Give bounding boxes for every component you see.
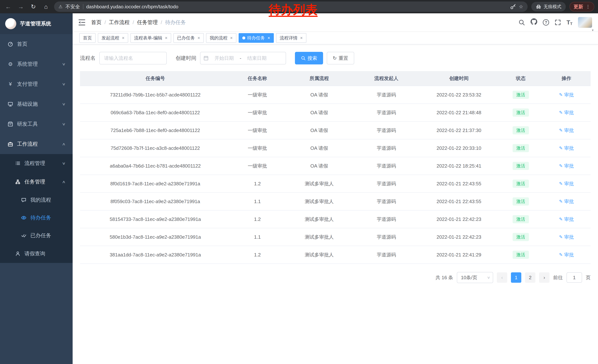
chevron-up-icon: ∧ — [62, 142, 66, 146]
next-page-button[interactable]: › — [539, 272, 549, 283]
breadcrumb-item[interactable]: 首页 — [91, 19, 101, 26]
sidebar-item-pay[interactable]: ¥ 支付管理 ∨ — [0, 74, 73, 94]
font-size-icon[interactable]: TT — [566, 19, 573, 26]
help-icon[interactable]: ? — [543, 19, 549, 25]
close-icon[interactable]: × — [230, 35, 233, 40]
search-button[interactable]: 搜索 — [295, 52, 323, 65]
tab-home[interactable]: 首页 — [79, 33, 96, 43]
sidebar-menu: 首页 ⚙ 系统管理 ∨ ¥ 支付管理 ∨ 基础设施 ∨ — [0, 34, 73, 364]
breadcrumb-item[interactable]: 任务管理 — [137, 19, 158, 26]
password-key-icon[interactable] — [510, 4, 516, 10]
close-icon[interactable]: × — [300, 35, 303, 40]
incognito-badge: 无痕模式 — [531, 2, 566, 11]
gear-icon: ⚙ — [8, 61, 13, 67]
sidebar-item-workflow[interactable]: 工作流程 ∧ — [0, 134, 73, 154]
status-badge: 激活 — [513, 215, 529, 223]
refresh-icon: ↻ — [333, 55, 337, 61]
annotation-overlay: 待办列表 — [269, 1, 317, 18]
approve-link[interactable]: ✎审批 — [559, 252, 574, 258]
col-process: 所属流程 — [284, 71, 354, 86]
sidebar-item-process-mgmt[interactable]: 流程管理 ∨ — [0, 154, 73, 173]
approve-link[interactable]: ✎审批 — [559, 92, 574, 98]
process-name-input[interactable] — [99, 52, 167, 65]
table-row: 725a1eb6-7b88-11ec-8ef0-acde48001122 一级审… — [80, 121, 590, 139]
tab-my-process[interactable]: 我的流程 × — [206, 33, 236, 43]
prev-page-button[interactable]: ‹ — [497, 272, 507, 283]
page-button-1[interactable]: 1 — [511, 272, 521, 283]
breadcrumb: 首页 / 工作流程 / 任务管理 / 待办任务 — [91, 19, 512, 26]
edit-icon: ✎ — [559, 235, 563, 240]
sidebar-item-home[interactable]: 首页 — [0, 34, 73, 54]
start-date-input[interactable] — [210, 55, 238, 61]
approve-link[interactable]: ✎审批 — [559, 127, 574, 134]
breadcrumb-item[interactable]: 工作流程 — [109, 19, 130, 26]
search-icon[interactable] — [518, 19, 525, 26]
user-menu[interactable]: ▾ — [578, 17, 592, 28]
status-badge: 激活 — [513, 91, 529, 99]
chat-icon — [21, 197, 27, 202]
tab-start-process[interactable]: 发起流程 × — [98, 33, 128, 43]
update-button[interactable]: 更新 ⋮ — [569, 2, 594, 11]
approve-link[interactable]: ✎审批 — [559, 163, 574, 169]
back-icon[interactable]: ← — [4, 2, 13, 11]
end-date-input[interactable] — [243, 55, 271, 61]
sidebar-item-my-process[interactable]: 我的流程 — [0, 191, 73, 209]
approve-link[interactable]: ✎审批 — [559, 180, 574, 187]
home-icon[interactable]: ⌂ — [42, 2, 50, 11]
workflow-submenu: 流程管理 ∨ 任务管理 ∧ 我的流程 — [0, 154, 73, 263]
fullscreen-icon[interactable] — [555, 19, 561, 25]
approve-link[interactable]: ✎审批 — [559, 145, 574, 152]
sidebar-item-leave-query[interactable]: 请假查询 — [0, 244, 73, 263]
approve-link[interactable]: ✎审批 — [559, 198, 574, 205]
page-size-select[interactable]: 10条/页 ∨ — [457, 272, 493, 283]
create-time-label: 创建时间 — [176, 55, 196, 62]
approve-link[interactable]: ✎审批 — [559, 109, 574, 116]
chevron-down-icon: ∨ — [62, 161, 66, 166]
tab-process-form-edit[interactable]: 流程表单-编辑 × — [130, 33, 171, 43]
tab-process-detail[interactable]: 流程详情 × — [276, 33, 307, 43]
date-range-picker[interactable]: - — [200, 52, 286, 65]
close-icon[interactable]: × — [165, 35, 167, 40]
sidebar-item-system[interactable]: ⚙ 系统管理 ∨ — [0, 54, 73, 74]
top-navbar: 首页 / 工作流程 / 任务管理 / 待办任务 ? — [73, 13, 598, 32]
status-badge: 激活 — [513, 126, 529, 134]
page-button-2[interactable]: 2 — [525, 272, 535, 283]
close-icon[interactable]: × — [198, 35, 200, 40]
sidebar-toggle-icon[interactable] — [79, 19, 85, 25]
sidebar-item-task-mgmt[interactable]: 任务管理 ∧ — [0, 173, 73, 191]
close-icon[interactable]: × — [267, 35, 270, 40]
incognito-icon — [536, 4, 541, 9]
chevron-down-icon: ∨ — [62, 82, 66, 86]
edit-icon: ✎ — [559, 110, 563, 115]
app-title: 芋道管理系统 — [20, 20, 51, 27]
table-row: 58154733-7ac8-11ec-a9e2-a2380e71991a 1.2… — [80, 210, 590, 228]
bookmark-star-icon[interactable]: ☆ — [519, 4, 523, 10]
browser-menu-icon[interactable]: ⋮ — [586, 4, 590, 9]
incognito-label: 无痕模式 — [544, 4, 561, 10]
goto-page-input[interactable] — [566, 272, 582, 283]
approve-link[interactable]: ✎审批 — [559, 234, 574, 240]
reset-button[interactable]: ↻ 重置 — [327, 52, 354, 65]
app-logo[interactable]: 芋道管理系统 — [0, 13, 73, 34]
reload-icon[interactable]: ↻ — [29, 2, 38, 11]
sidebar-item-devtools[interactable]: 研发工具 ∨ — [0, 114, 73, 134]
monitor-icon — [8, 101, 13, 107]
avatar[interactable] — [578, 17, 592, 28]
table-row: 069c6a63-7b8a-11ec-8ef0-acde48001122 一级审… — [80, 104, 590, 121]
github-icon[interactable] — [531, 18, 537, 26]
url-text[interactable]: dashboard.yudao.iocoder.cn/bpm/task/todo — [86, 4, 178, 10]
security-label[interactable]: 不安全 — [66, 4, 80, 10]
sidebar-item-infra[interactable]: 基础设施 ∨ — [0, 94, 73, 114]
sidebar-item-done-task[interactable]: 已办任务 — [0, 226, 73, 244]
approve-link[interactable]: ✎审批 — [559, 216, 574, 223]
dashboard-icon — [8, 41, 13, 47]
forward-icon[interactable]: → — [16, 2, 25, 11]
sidebar-item-todo-task[interactable]: 待办任务 — [0, 209, 73, 226]
org-icon — [15, 179, 21, 184]
close-icon[interactable]: × — [122, 35, 125, 40]
caret-down-icon: ▾ — [592, 28, 594, 32]
tab-done-task[interactable]: 已办任务 × — [173, 33, 204, 43]
edit-icon: ✎ — [559, 252, 563, 257]
col-status: 状态 — [499, 71, 542, 86]
tab-todo-task[interactable]: 待办任务 × — [239, 33, 274, 43]
